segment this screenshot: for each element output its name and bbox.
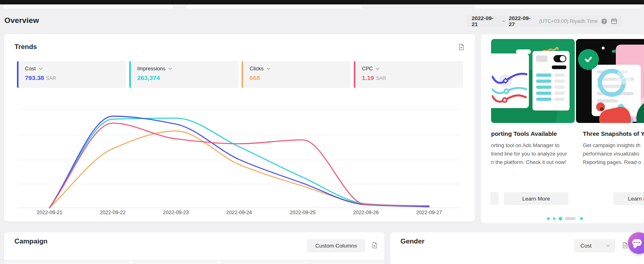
mini-dashboard-card	[491, 53, 529, 108]
help-icon[interactable]: ?	[601, 18, 607, 24]
promo-slide-body: Get campaign insights th performance vis…	[583, 141, 641, 166]
carousel-dot-2[interactable]	[553, 217, 555, 220]
metric-unit: SAR	[46, 76, 56, 81]
learn-more-button[interactable]: Learn More	[504, 192, 568, 205]
timezone-label: (UTC+03:00) Riyadh Time	[539, 18, 598, 24]
chart-line-impressions	[50, 118, 429, 208]
chart-line-cost	[50, 116, 429, 208]
campaign-table-header	[4, 260, 384, 264]
trends-line-chart	[18, 96, 461, 210]
date-separator: ~	[502, 18, 505, 24]
x-axis-tick-label: 2022-09-24	[226, 210, 252, 215]
export-report-icon[interactable]	[621, 241, 629, 249]
gender-panel: Gender Cost	[390, 232, 644, 264]
carousel-dot-5[interactable]	[580, 217, 583, 220]
promo-slide-body: orting tool on Ads Manager to trend line…	[491, 141, 567, 166]
toggle-icon	[553, 55, 566, 62]
metric-card-clicks[interactable]: Clicks 668	[242, 61, 351, 88]
column-divider	[218, 260, 219, 264]
x-axis-tick-label: 2022-09-22	[100, 210, 126, 215]
ads-manager-overview-page: Overview 2022-09-21 ~ 2022-09-27 (UTC+03…	[0, 0, 644, 264]
promo-carousel-panel: porting Tools Available orting tool on A…	[481, 34, 644, 223]
metric-unit: SAR	[376, 76, 386, 81]
chat-bubble-icon	[632, 239, 642, 246]
gender-metric-dropdown[interactable]: Cost	[574, 239, 615, 252]
calendar-icon[interactable]	[611, 18, 617, 25]
trends-panel: Trends Cost 793.38 SAR Impressions	[4, 34, 475, 221]
carousel-dot-1[interactable]	[547, 217, 550, 220]
carousel-next-button[interactable]	[616, 69, 632, 84]
metric-card-cost[interactable]: Cost 793.38 SAR	[17, 61, 126, 88]
metric-label: CPC	[362, 65, 373, 72]
column-divider	[130, 260, 131, 264]
gender-title: Gender	[400, 237, 425, 246]
metric-value: 793.38	[25, 74, 44, 82]
chevron-down-icon	[39, 68, 43, 70]
promo-illustration-snapshots	[576, 39, 644, 123]
metric-cards-row: Cost 793.38 SAR Impressions 263,374	[17, 61, 463, 88]
x-axis-tick-label: 2022-09-27	[416, 210, 442, 215]
x-axis-tick-label: 2022-09-23	[163, 210, 189, 215]
metric-card-cpc[interactable]: CPC 1.19 SAR	[354, 61, 463, 88]
chart-line-cpc	[50, 123, 429, 208]
date-start: 2022-09-21	[472, 15, 498, 27]
metric-card-impressions[interactable]: Impressions 263,374	[129, 61, 238, 88]
top-panel-edge	[474, 4, 641, 8]
top-panel-edge	[186, 4, 362, 8]
checkmark-icon	[578, 49, 599, 70]
metric-label: Cost	[25, 65, 36, 72]
date-end: 2022-09-27	[509, 15, 535, 27]
carousel-dot-3[interactable]	[559, 217, 562, 221]
metric-value: 1.19	[362, 74, 374, 82]
promo-slide-title: porting Tools Available	[491, 130, 557, 137]
x-axis-tick-label: 2022-09-21	[37, 210, 62, 215]
promo-slide-title: Three Snapshots of Y	[583, 130, 644, 137]
export-report-icon[interactable]	[370, 241, 378, 249]
x-axis-tick-label: 2022-09-26	[353, 210, 379, 215]
page-title: Overview	[4, 16, 39, 25]
carousel-pagination	[545, 215, 594, 222]
custom-columns-button[interactable]: Custom Columns	[307, 239, 365, 252]
chevron-right-icon	[622, 74, 626, 80]
date-range-selector[interactable]: 2022-09-21 ~ 2022-09-27 (UTC+03:00) Riya…	[467, 15, 622, 27]
export-report-icon[interactable]	[457, 43, 465, 51]
top-panel-edge	[3, 4, 173, 8]
x-axis-tick-label: 2022-09-25	[290, 210, 316, 215]
trends-title: Trends	[14, 43, 37, 51]
learn-more-button-fragment[interactable]	[490, 192, 499, 205]
mini-settings-card	[533, 51, 570, 111]
chevron-down-icon	[266, 68, 270, 70]
selected-metric: Cost	[580, 243, 592, 249]
campaign-title: Campaign	[14, 237, 47, 246]
chevron-down-icon	[168, 68, 172, 70]
chevron-down-icon	[376, 68, 380, 70]
promo-illustration-reporting-tools	[491, 39, 575, 123]
mini-line-chart	[492, 71, 527, 105]
chevron-down-icon	[606, 244, 610, 247]
learn-more-button[interactable]: Learn More	[613, 192, 644, 205]
campaign-panel: Campaign Custom Columns	[4, 232, 384, 264]
metric-value: 263,374	[137, 74, 160, 82]
top-black-bar	[0, 0, 644, 4]
carousel-dot-4[interactable]	[565, 217, 576, 220]
metric-label: Impressions	[137, 65, 165, 72]
column-divider	[305, 260, 306, 264]
metric-value: 668	[250, 74, 260, 82]
metric-label: Clicks	[250, 65, 264, 72]
chart-line-clicks	[50, 131, 429, 208]
x-axis-labels: 2022-09-212022-09-222022-09-232022-09-24…	[18, 210, 461, 216]
